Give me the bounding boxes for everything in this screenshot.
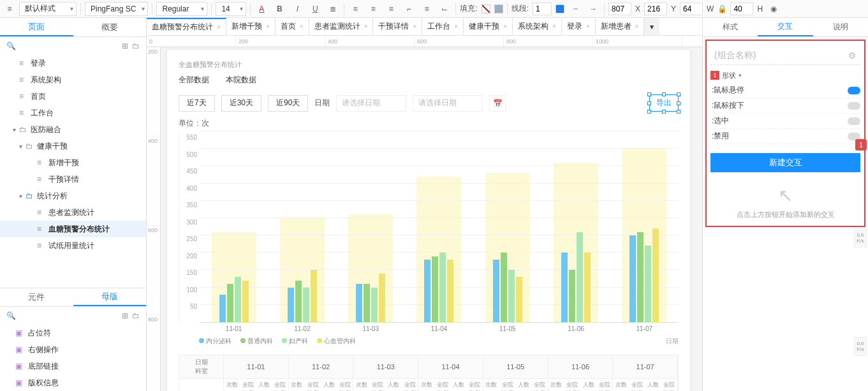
tree-node[interactable]: ≡干预详情 xyxy=(0,171,146,188)
line-width-input[interactable] xyxy=(533,3,552,15)
date-end-input[interactable]: 请选择日期 xyxy=(413,95,483,112)
date-start-input[interactable]: 请选择日期 xyxy=(336,95,406,112)
data-tab-all[interactable]: 全部数据 xyxy=(179,75,209,85)
calendar-icon[interactable]: 📅 xyxy=(489,95,506,112)
new-interaction-button[interactable]: 新建交互 xyxy=(710,153,860,172)
close-icon[interactable]: × xyxy=(300,23,304,30)
export-button-selected[interactable]: 导出 xyxy=(649,94,679,112)
valign-mid-icon[interactable]: ≡ xyxy=(420,3,434,15)
tree-node[interactable]: ≡工作台 xyxy=(0,105,146,121)
rtab-note[interactable]: 说明 xyxy=(813,18,868,36)
close-icon[interactable]: × xyxy=(503,23,507,30)
font-select[interactable]: PingFang SC xyxy=(85,2,148,16)
fill-color-swatch[interactable] xyxy=(494,4,503,13)
doc-tab[interactable]: 工作台× xyxy=(422,18,464,35)
add-master-folder-icon[interactable]: 🗀 xyxy=(132,311,140,320)
top-toolbar: ≡ 默认样式 PingFang SC Regular 14 A B I U ≣ … xyxy=(0,0,868,18)
weight-select[interactable]: Regular xyxy=(156,2,207,16)
fontsize-select[interactable]: 14 xyxy=(216,2,246,16)
close-icon[interactable]: × xyxy=(217,24,221,31)
add-master-icon[interactable]: ⊞ xyxy=(122,311,128,320)
doc-tab[interactable]: 患者监测统计× xyxy=(309,18,374,35)
master-item[interactable]: ▣版权信息 xyxy=(0,374,146,391)
tab-outline[interactable]: 概要 xyxy=(73,18,147,36)
data-tab-local[interactable]: 本院数据 xyxy=(226,75,256,85)
tree-node[interactable]: ≡血糖预警分布统计 xyxy=(0,221,146,237)
state-row[interactable]: :鼠标悬停 xyxy=(710,83,860,98)
canvas[interactable]: 全血糖预警分布统计 全部数据 本院数据 近7天 近30天 近90天 日期 请选择… xyxy=(161,47,702,391)
tab-widgets[interactable]: 元件 xyxy=(0,288,73,306)
state-row[interactable]: :鼠标按下 xyxy=(710,98,860,114)
tree-node[interactable]: ▾🗀统计分析 xyxy=(0,188,146,204)
tree-node[interactable]: ≡新增干预 xyxy=(0,154,146,171)
master-item[interactable]: ▣底部链接 xyxy=(0,358,146,374)
style-select[interactable]: 默认样式 xyxy=(19,2,77,16)
tree-node[interactable]: ≡系统架构 xyxy=(0,71,146,88)
line-color-swatch[interactable] xyxy=(555,4,564,13)
italic-icon[interactable]: I xyxy=(290,3,304,15)
close-icon[interactable]: × xyxy=(635,23,639,30)
close-icon[interactable]: × xyxy=(266,23,270,30)
h-label: H xyxy=(757,4,763,13)
w-input[interactable] xyxy=(680,3,703,15)
fill-none-swatch[interactable] xyxy=(482,4,490,13)
close-icon[interactable]: × xyxy=(586,23,590,30)
tab-masters[interactable]: 母版 xyxy=(73,288,147,306)
close-icon[interactable]: × xyxy=(552,23,556,30)
align-right-icon[interactable]: ≡ xyxy=(384,3,398,15)
valign-top-icon[interactable]: ⌐ xyxy=(402,3,416,15)
master-search-input[interactable] xyxy=(20,311,118,320)
master-item[interactable]: ▣右侧操作 xyxy=(0,341,146,358)
close-icon[interactable]: × xyxy=(364,23,368,30)
font-color-icon[interactable]: A xyxy=(254,3,268,15)
close-icon[interactable]: × xyxy=(413,23,416,30)
right-panel: 样式 交互 说明 (组合名称) ⚙ 1 形状 ▾ :鼠标悬停:鼠标按下:选中:禁… xyxy=(702,18,868,391)
state-row[interactable]: :禁用 xyxy=(710,129,860,144)
y-input[interactable] xyxy=(644,3,667,15)
add-page-icon[interactable]: ⊞ xyxy=(122,41,128,50)
align-center-icon[interactable]: ≡ xyxy=(366,3,380,15)
range-90d[interactable]: 近90天 xyxy=(268,95,308,112)
page-search-input[interactable] xyxy=(20,41,118,50)
doc-tab[interactable]: 系统架构× xyxy=(513,18,562,35)
x-input[interactable] xyxy=(608,3,631,15)
list-icon[interactable]: ≣ xyxy=(326,3,340,15)
master-item[interactable]: ▣占位符 xyxy=(0,325,146,341)
bold-icon[interactable]: B xyxy=(272,3,286,15)
chevron-down-icon[interactable]: ▾ xyxy=(739,72,742,78)
doc-tab[interactable]: 新增患者× xyxy=(596,18,645,35)
range-30d[interactable]: 近30天 xyxy=(221,95,261,112)
more-tabs-icon[interactable]: ▾ xyxy=(644,18,659,35)
doc-tab[interactable]: 登录× xyxy=(562,18,596,35)
rtab-interact[interactable]: 交互 xyxy=(758,18,813,36)
tree-node[interactable]: ▾🗀医防融合 xyxy=(0,121,146,138)
line-dash-icon[interactable]: ┄ xyxy=(568,3,582,15)
doc-tab[interactable]: 血糖预警分布统计× xyxy=(147,18,226,35)
underline-icon[interactable]: U xyxy=(308,3,322,15)
state-row[interactable]: :选中 xyxy=(710,114,860,129)
master-list: ▣占位符▣右侧操作▣底部链接▣版权信息 xyxy=(0,325,146,391)
doc-tab[interactable]: 新增干预× xyxy=(226,18,276,35)
tree-node[interactable]: ≡登录 xyxy=(0,55,146,71)
visibility-icon[interactable]: ◉ xyxy=(767,3,781,15)
tree-node[interactable]: ≡患者监测统计 xyxy=(0,204,146,221)
tree-node[interactable]: ≡试纸用量统计 xyxy=(0,237,146,254)
doc-tab[interactable]: 健康干预× xyxy=(464,18,513,35)
h-input[interactable] xyxy=(730,3,753,15)
group-name-input[interactable]: (组合名称) xyxy=(714,50,756,61)
tree-node[interactable]: ≡首页 xyxy=(0,88,146,105)
lock-icon[interactable]: 🔒 xyxy=(717,4,726,13)
range-7d[interactable]: 近7天 xyxy=(179,95,215,112)
valign-bot-icon[interactable]: ⌙ xyxy=(438,3,452,15)
align-left-icon[interactable]: ≡ xyxy=(348,3,362,15)
rtab-style[interactable]: 样式 xyxy=(703,18,758,36)
line-arrow-icon[interactable]: → xyxy=(586,3,600,15)
tree-node[interactable]: ▾🗀健康干预 xyxy=(0,138,146,154)
doc-tab[interactable]: 首页× xyxy=(276,18,309,35)
doc-tab[interactable]: 干预详情× xyxy=(373,18,422,35)
tab-pages[interactable]: 页面 xyxy=(0,18,73,36)
breadcrumb: 全血糖预警分布统计 xyxy=(179,60,679,70)
close-icon[interactable]: × xyxy=(454,23,458,30)
add-folder-icon[interactable]: 🗀 xyxy=(132,41,140,50)
error-badge[interactable]: 1 xyxy=(855,139,867,151)
